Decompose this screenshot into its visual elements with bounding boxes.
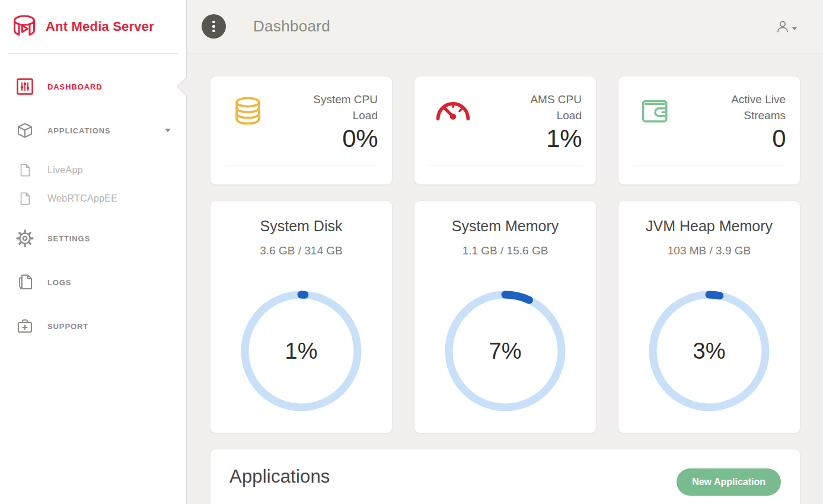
sidebar-item-logs[interactable]: LOGS	[0, 265, 186, 299]
sidebar-item-label: APPLICATIONS	[47, 126, 111, 135]
jvm-heap-memory-card: JVM Heap Memory 103 MB / 3.9 GB 3%	[618, 200, 800, 433]
user-menu-button[interactable]	[776, 20, 797, 34]
system-disk-card: System Disk 3.6 GB / 314 GB 1%	[210, 200, 393, 433]
wallet-icon	[637, 95, 673, 125]
gauge-usage: 3.6 GB / 314 GB	[222, 244, 380, 257]
gauge-usage: 1.1 GB / 15.6 GB	[426, 244, 584, 257]
sidebar-item-support[interactable]: SUPPORT	[0, 309, 186, 343]
sidebar-item-label: LOGS	[47, 278, 71, 287]
sidebar-item-settings[interactable]: SETTINGS	[0, 221, 186, 256]
gauge-cards-row: System Disk 3.6 GB / 314 GB 1% System Me…	[210, 200, 800, 433]
package-icon	[15, 122, 34, 139]
chevron-down-icon	[165, 129, 171, 132]
ellipsis-menu-button[interactable]	[202, 14, 226, 39]
log-document-icon	[15, 273, 34, 291]
sidebar-item-liveapp[interactable]: LiveApp	[0, 156, 186, 184]
page-title: Dashboard	[253, 17, 330, 36]
gauge-title: JVM Heap Memory	[630, 218, 788, 235]
brand[interactable]: Ant Media Server	[0, 0, 186, 53]
brand-name: Ant Media Server	[46, 19, 154, 34]
ant-media-logo-icon	[11, 14, 38, 39]
stat-cards-row: System CPU Load 0%	[210, 76, 800, 185]
sidebar-item-dashboard[interactable]: DASHBOARD	[0, 69, 186, 104]
sidebar-item-label: WebRTCAppEE	[47, 193, 117, 204]
sidebar-nav: DASHBOARD APPLICATIONS LiveApp	[0, 54, 186, 343]
gauge-icon	[433, 95, 473, 123]
card-divider	[429, 165, 582, 165]
stat-title: AMS CPU Load	[503, 92, 582, 123]
dashboard-content: System CPU Load 0%	[187, 53, 823, 504]
card-divider	[225, 165, 378, 165]
gauge-title: System Disk	[222, 218, 380, 235]
stat-title: Active Live Streams	[707, 92, 786, 123]
gear-icon	[15, 229, 34, 247]
sidebar-item-label: LiveApp	[47, 165, 83, 176]
applications-title: Applications	[229, 466, 330, 487]
gauge-percent-label: 1%	[241, 291, 362, 412]
top-header: Dashboard	[187, 0, 823, 53]
system-memory-card: System Memory 1.1 GB / 15.6 GB 7%	[414, 200, 596, 433]
file-icon	[15, 162, 34, 178]
system-cpu-load-card: System CPU Load 0%	[210, 76, 393, 185]
active-live-streams-card: Active Live Streams 0	[618, 76, 800, 185]
sidebar-item-label: SUPPORT	[47, 322, 88, 331]
chevron-down-icon	[792, 27, 797, 30]
gauge-usage: 103 MB / 3.9 GB	[630, 244, 788, 257]
stat-value: 0%	[299, 125, 378, 153]
stat-value: 0	[707, 125, 786, 153]
sidebar-item-label: DASHBOARD	[47, 82, 103, 91]
main-area: Dashboard	[187, 0, 823, 504]
sidebar-item-label: SETTINGS	[47, 234, 90, 243]
sidebar-item-applications[interactable]: APPLICATIONS	[0, 113, 186, 148]
first-aid-kit-icon	[15, 318, 34, 334]
sidebar: Ant Media Server DASHBOARD	[0, 0, 187, 504]
stat-value: 1%	[503, 125, 582, 153]
database-icon	[229, 95, 266, 127]
stat-title: System CPU Load	[299, 92, 378, 123]
ams-cpu-load-card: AMS CPU Load 1%	[414, 76, 596, 185]
user-icon	[776, 20, 790, 34]
card-divider	[633, 165, 786, 165]
applications-section: Applications New Application	[210, 449, 800, 504]
file-icon	[15, 191, 34, 206]
gauge-title: System Memory	[426, 218, 584, 235]
gauge-percent-label: 3%	[649, 291, 770, 412]
dashboard-sliders-icon	[15, 78, 34, 95]
gauge-percent-label: 7%	[445, 291, 566, 412]
sidebar-item-webrtcappee[interactable]: WebRTCAppEE	[0, 184, 186, 213]
new-application-button[interactable]: New Application	[677, 468, 781, 496]
